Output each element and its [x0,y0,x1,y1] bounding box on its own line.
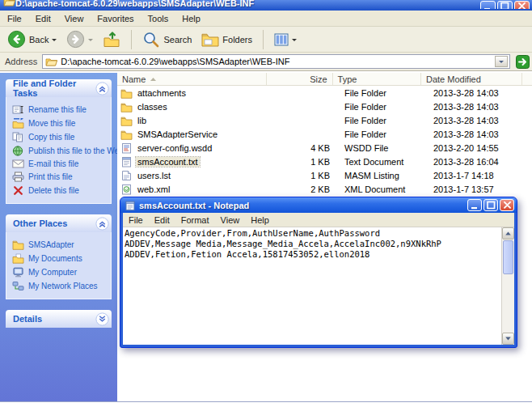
file-row-web-xml[interactable]: web.xml2 KBXML Document2013-1-7 13:57 [117,183,532,196]
menu-item-format[interactable]: Format [181,215,209,225]
menu-item-help[interactable]: Help [182,14,201,23]
notepad-text-line: ADDEV,Message Media,Message_Media_Accela… [125,239,500,249]
toolbar-separator [263,30,264,49]
file-row-lib[interactable]: libFile Folder2013-3-28 14:03 [117,114,532,127]
file-name-cell: users.lst [117,170,271,181]
scroll-up-icon [503,229,513,238]
file-type: File Folder [338,116,429,125]
task-label: Print this file [28,172,72,181]
chevron-double-up-icon[interactable] [95,217,109,231]
back-dropdown-icon[interactable] [52,39,57,44]
notepad-minimize-button[interactable] [467,199,482,211]
computer-icon [11,267,24,278]
folder-icon [120,102,133,112]
file-name: server-config.wsdd [136,143,213,153]
column-header-type[interactable]: Type [333,73,421,85]
views-button[interactable] [272,32,299,48]
menu-item-view[interactable]: View [221,215,240,225]
menu-item-edit[interactable]: Edit [154,215,170,225]
notepad-body: AgencyCode,Provider,From,AuthUserName,Au… [123,227,514,345]
task-label: My Network Places [28,282,98,290]
notepad-titlebar[interactable]: smsAccount.txt - Notepad [120,197,517,213]
forward-dropdown-icon[interactable] [88,39,93,44]
task-publish-this-file-to-the-web[interactable]: Publish this file to the Web [11,144,108,158]
task-print-this-file[interactable]: Print this file [11,170,108,184]
lst-file-icon [120,170,133,181]
address-input[interactable]: D:\apache-tomcat-6.0.29\webapps\SMSAdapt… [42,54,510,69]
file-name: lib [136,116,148,125]
task-my-network-places[interactable]: My Network Places [11,279,108,293]
task-rename-this-file[interactable]: Rename this file [11,103,108,117]
chevron-double-down-icon[interactable] [95,312,109,326]
file-folder-tasks-header[interactable]: File and Folder Tasks [6,79,112,97]
file-row-smsaccount-txt[interactable]: smsAccount.txt1 KBText Document2013-3-28… [117,155,532,168]
file-name: users.lst [136,171,172,180]
task-smsadapter[interactable]: SMSAdapter [11,238,108,252]
go-button[interactable] [515,54,530,69]
close-button[interactable] [514,1,530,9]
up-button[interactable] [100,29,123,50]
task-label: Move this file [28,119,75,128]
minimize-button[interactable] [480,1,496,9]
folders-button[interactable]: Folders [199,31,255,49]
address-dropdown-button[interactable] [495,56,508,67]
notepad-maximize-button[interactable] [483,199,498,211]
notepad-vertical-scrollbar[interactable] [501,227,514,345]
notepad-text-area[interactable]: AgencyCode,Provider,From,AuthUserName,Au… [123,227,501,345]
close-icon [501,200,513,210]
views-dropdown-icon[interactable] [292,39,297,44]
file-modified: 2013-3-28 14:03 [429,102,532,112]
task-my-computer[interactable]: My Computer [11,265,108,279]
search-button[interactable]: Search [140,29,194,50]
minimize-icon [469,200,481,210]
column-header-size[interactable]: Size [267,73,332,85]
forward-button[interactable] [64,28,95,50]
rename-icon [11,104,24,115]
menu-item-file[interactable]: File [7,14,22,23]
menu-item-favorites[interactable]: Favorites [97,14,133,23]
file-name: attachments [136,88,188,98]
details-header[interactable]: Details [6,310,112,328]
notepad-title: smsAccount.txt - Notepad [139,201,464,210]
scroll-down-icon [503,334,513,343]
file-row-users-lst[interactable]: users.lst1 KBMASM Listing2013-1-7 14:18 [117,169,532,182]
scrollbar-track[interactable] [502,275,514,333]
menu-item-edit[interactable]: Edit [36,14,51,23]
file-modified: 2013-1-7 14:18 [429,171,532,180]
file-row-classes[interactable]: classesFile Folder2013-3-28 14:03 [117,100,532,113]
task-label: Publish this file to the Web [28,146,117,155]
maximize-button[interactable] [497,1,513,9]
task-delete-this-file[interactable]: Delete this file [11,184,108,197]
column-header-date-modified[interactable]: Date Modified [421,73,522,85]
menu-item-help[interactable]: Help [251,215,269,225]
back-button[interactable]: Back [5,28,59,50]
menu-item-view[interactable]: View [65,14,84,23]
file-name: web.xml [136,184,171,194]
column-header-label: Date Modified [426,74,481,84]
desktop: D:\apache-tomcat-6.0.29\webapps\SMSAdapt… [0,0,532,407]
scrollbar-thumb[interactable] [503,240,513,274]
notepad-close-button[interactable] [500,199,514,211]
task-e-mail-this-file[interactable]: E-mail this file [11,158,108,170]
file-row-server-config-wsdd[interactable]: server-config.wsdd4 KBWSDD File2013-2-20… [117,142,532,155]
file-modified: 2013-3-28 14:03 [429,88,532,98]
task-my-documents[interactable]: My Documents [11,252,108,265]
chevron-double-up-icon[interactable] [95,82,109,95]
folder-icon [120,88,133,99]
scroll-up-button[interactable] [502,227,514,240]
scroll-down-button[interactable] [502,333,514,345]
explorer-titlebar[interactable]: D:\apache-tomcat-6.0.29\webapps\SMSAdapt… [0,0,532,11]
file-name-cell: server-config.wsdd [117,142,271,154]
address-value: D:\apache-tomcat-6.0.29\webapps\SMSAdapt… [61,57,492,66]
file-type: File Folder [338,88,429,98]
folders-icon [201,32,219,47]
other-places-header[interactable]: Other Places [6,214,112,232]
menu-item-file[interactable]: File [129,215,143,225]
column-header-name[interactable]: Name [117,73,267,85]
file-row-attachments[interactable]: attachmentsFile Folder2013-3-28 14:03 [117,87,532,100]
notepad-window-controls [467,199,514,211]
file-row-smsadapterservice[interactable]: SMSAdapterServiceFile Folder2013-3-28 14… [117,128,532,141]
task-copy-this-file[interactable]: Copy this file [11,130,108,144]
task-move-this-file[interactable]: Move this file [11,117,108,130]
menu-item-tools[interactable]: Tools [148,14,169,23]
